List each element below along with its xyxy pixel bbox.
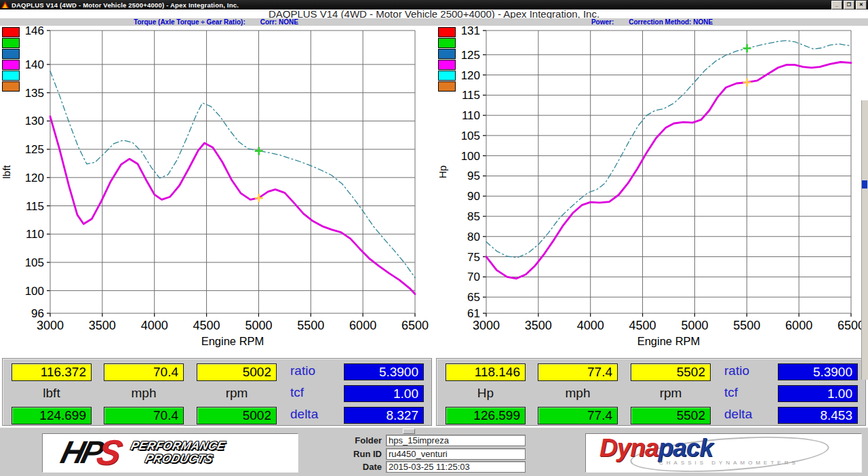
rpm-unit-label: rpm	[631, 386, 711, 401]
delta-label: delta	[290, 407, 338, 422]
svg-text:125: 125	[461, 49, 480, 62]
svg-text:115: 115	[26, 200, 44, 213]
ratio-label: ratio	[724, 363, 772, 378]
svg-text:105: 105	[461, 130, 480, 142]
dynapack-tagline: CHASSIS DYNAMOMETERS	[659, 460, 799, 466]
svg-text:3000: 3000	[37, 319, 64, 332]
torque-cursor-value-2: 124.699	[12, 407, 92, 424]
svg-text:6000: 6000	[349, 319, 376, 332]
torque-chart-canvas[interactable]: 1461401351301251201151101051009630003500…	[0, 26, 432, 356]
speed-cursor-value: 77.4	[538, 363, 618, 381]
svg-text:95: 95	[467, 170, 480, 182]
speed-unit-label: mph	[104, 386, 184, 401]
rpm-cursor-value: 5502	[631, 363, 711, 381]
dynapack-logo: Dynapack CHASSIS DYNAMOMETERS	[599, 437, 844, 469]
folder-input[interactable]	[386, 435, 526, 446]
power-chart-title: Power:	[591, 18, 614, 26]
svg-text:85: 85	[467, 210, 480, 223]
svg-text:120: 120	[25, 172, 44, 184]
hps-logo: HP S PERFORMANCE PRODUCTS	[58, 435, 228, 469]
power-cursor-value: 118.146	[446, 363, 526, 381]
rpm-cursor-value-2: 5002	[197, 407, 277, 424]
power-cursor-value-2: 126.599	[446, 407, 526, 424]
torque-readout-panel: 116.372 70.4 5002 lbft mph rpm 124.699 7…	[2, 358, 432, 426]
background-window-edge	[861, 100, 868, 380]
ratio-value: 5.3900	[344, 363, 424, 380]
background-window-fragment	[862, 180, 867, 189]
minimize-button[interactable]: _	[831, 1, 842, 9]
svg-text:80: 80	[467, 231, 480, 243]
run-info-form: Folder Run ID Date	[302, 433, 580, 474]
tcf-label: tcf	[724, 385, 772, 400]
dynapack-logo-dyna: Dyna	[599, 434, 658, 462]
dynapack-logo-panel: Dynapack CHASSIS DYNAMOMETERS	[585, 433, 862, 473]
svg-text:65: 65	[467, 291, 480, 304]
page-title: DAQPLUS V14 (4WD - Motor Vehicle 2500+40…	[0, 9, 868, 18]
torque-chart-title: Torque (Axle Torque ÷ Gear Ratio):	[134, 18, 245, 26]
svg-text:4500: 4500	[193, 319, 220, 332]
svg-text:5500: 5500	[733, 319, 760, 332]
svg-text:135: 135	[25, 87, 44, 100]
svg-text:5000: 5000	[681, 319, 708, 332]
svg-text:4000: 4000	[141, 319, 168, 332]
torque-correction-label: Corr: NONE	[260, 18, 298, 26]
run-id-input[interactable]	[386, 448, 526, 460]
ratio-value: 5.3900	[778, 363, 858, 380]
power-correction-label: Correction Method: NONE	[629, 18, 713, 26]
svg-text:100: 100	[25, 285, 44, 298]
svg-text:75: 75	[467, 251, 480, 264]
speed-unit-label: mph	[538, 386, 618, 401]
window-title: DAQPLUS V14 (4WD - Motor Vehicle 2500+40…	[12, 1, 831, 9]
svg-text:4000: 4000	[577, 319, 604, 332]
rpm-cursor-value: 5002	[197, 363, 277, 381]
tcf-value: 1.00	[344, 385, 424, 402]
svg-text:115: 115	[462, 89, 480, 102]
hps-logo-word2: PRODUCTS	[144, 452, 223, 465]
torque-cursor-value: 116.372	[12, 363, 92, 381]
power-readout-panel: 118.146 77.4 5502 Hp mph rpm 126.599 77.…	[436, 358, 866, 426]
date-label: Date	[302, 462, 386, 472]
delta-label: delta	[724, 407, 772, 422]
speed-cursor-value-2: 70.4	[104, 407, 184, 424]
svg-text:4500: 4500	[629, 319, 656, 332]
power-unit-label: Hp	[446, 386, 526, 401]
tcf-value: 1.00	[778, 385, 858, 402]
ratio-label: ratio	[290, 363, 338, 378]
svg-text:Hp: Hp	[437, 165, 448, 178]
svg-text:120: 120	[461, 69, 480, 82]
svg-text:6500: 6500	[401, 319, 429, 332]
power-chart-header: Power: Correction Method: NONE	[436, 18, 868, 26]
hps-logo-word1: PERFORMANCE	[130, 439, 226, 452]
power-chart-canvas[interactable]: 1311251201151101051009590858075706561300…	[436, 26, 868, 356]
svg-text:3000: 3000	[473, 319, 500, 332]
torque-chart-header: Torque (Axle Torque ÷ Gear Ratio): Corr:…	[0, 18, 432, 26]
svg-text:5000: 5000	[245, 319, 272, 332]
torque-unit-label: lbft	[12, 386, 92, 401]
svg-text:105: 105	[25, 256, 44, 269]
svg-text:6000: 6000	[785, 319, 812, 332]
svg-text:Engine RPM: Engine RPM	[201, 335, 264, 347]
torque-chart-panel: 1461401351301251201151101051009630003500…	[0, 26, 432, 356]
svg-text:Engine RPM: Engine RPM	[637, 335, 701, 347]
chart-subheader-row: Torque (Axle Torque ÷ Gear Ratio): Corr:…	[0, 18, 868, 26]
tcf-label: tcf	[290, 385, 338, 400]
run-id-label: Run ID	[302, 449, 386, 459]
svg-text:lbft: lbft	[1, 165, 12, 179]
dynapack-logo-pack: pack	[658, 434, 712, 462]
footer-bar: HP S PERFORMANCE PRODUCTS Folder Run ID …	[0, 427, 868, 476]
app-window: DAQPLUS V14 (4WD - Motor Vehicle 2500+40…	[0, 0, 868, 476]
close-button[interactable]: ✕	[856, 1, 867, 9]
svg-text:146: 146	[25, 26, 44, 37]
delta-value: 8.453	[778, 407, 858, 424]
app-icon	[1, 1, 9, 8]
delta-value: 8.327	[344, 407, 424, 424]
rpm-cursor-value-2: 5502	[631, 407, 711, 424]
svg-text:125: 125	[25, 143, 44, 156]
svg-text:110: 110	[462, 109, 480, 122]
folder-label: Folder	[302, 435, 386, 445]
date-input[interactable]	[386, 461, 526, 473]
restore-button[interactable]: ❐	[844, 1, 854, 9]
speed-cursor-value: 70.4	[104, 363, 184, 381]
power-chart-panel: 1311251201151101051009590858075706561300…	[436, 26, 868, 356]
svg-text:3500: 3500	[525, 319, 552, 332]
